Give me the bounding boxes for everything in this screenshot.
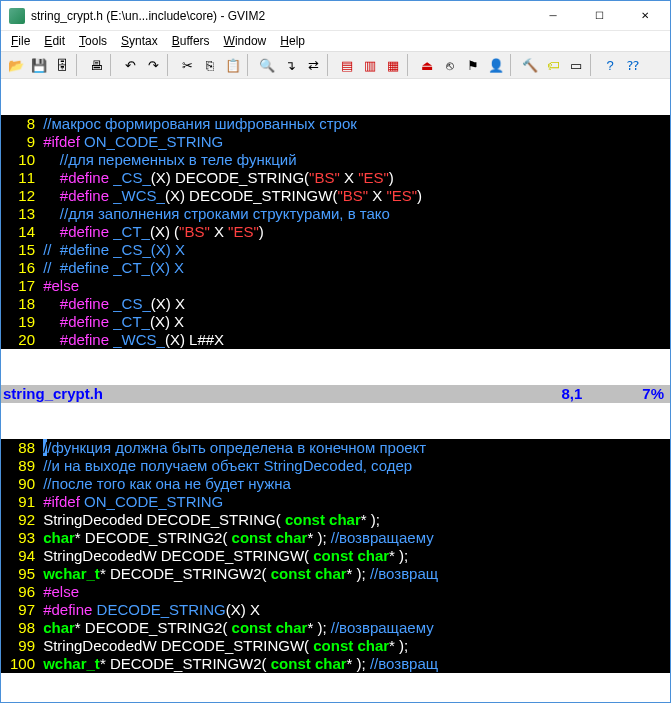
make-icon[interactable]: ⏏ [416,54,438,76]
menu-tools[interactable]: Tools [73,32,113,50]
script-icon[interactable]: ▦ [382,54,404,76]
status-position: 8,1 [561,385,642,403]
menu-edit[interactable]: Edit [38,32,71,50]
editor-pane-top[interactable]: 8 //макрос формирования шифрованных стро… [1,115,670,349]
session-icon[interactable]: ▥ [359,54,381,76]
help-icon[interactable]: ? [599,54,621,76]
titlebar[interactable]: string_crypt.h (E:\un...include\core) - … [1,1,670,31]
close-button[interactable]: ✕ [622,1,668,31]
replace-icon[interactable]: ⇄ [302,54,324,76]
separator [327,54,333,76]
menubar: File Edit Tools Syntax Buffers Window He… [1,31,670,51]
undo-icon[interactable]: ↶ [119,54,141,76]
minimize-button[interactable]: ─ [530,1,576,31]
separator [247,54,253,76]
menu-syntax[interactable]: Syntax [115,32,164,50]
menu-buffers[interactable]: Buffers [166,32,216,50]
save-icon[interactable]: 💾 [28,54,50,76]
separator [590,54,596,76]
shell-icon[interactable]: ⎋ [439,54,461,76]
separator [76,54,82,76]
findnext-icon[interactable]: ↴ [279,54,301,76]
status-bar-top: string_crypt.h 8,1 7% [1,385,670,403]
menu-file[interactable]: File [5,32,36,50]
separator [407,54,413,76]
saveall-icon[interactable]: 🗄 [51,54,73,76]
menu-window[interactable]: Window [218,32,273,50]
toolbar: 📂 💾 🗄 🖶 ↶ ↷ ✂ ⎘ 📋 🔍 ↴ ⇄ ▤ ▥ ▦ ⏏ ⎋ ⚑ 👤 🔨 … [1,51,670,79]
new-icon[interactable]: ▤ [336,54,358,76]
app-icon [9,8,25,24]
status-filename: string_crypt.h [1,385,103,403]
jump-icon[interactable]: 👤 [485,54,507,76]
tool-a-icon[interactable]: 🔨 [519,54,541,76]
copy-icon[interactable]: ⎘ [199,54,221,76]
find-icon[interactable]: 🔍 [256,54,278,76]
editor-pane-bottom[interactable]: 88 //функция должна быть определена в ко… [1,439,670,673]
minus-icon[interactable]: ▭ [565,54,587,76]
menu-help[interactable]: Help [274,32,311,50]
window-title: string_crypt.h (E:\un...include\core) - … [31,9,530,23]
print-icon[interactable]: 🖶 [85,54,107,76]
open-icon[interactable]: 📂 [5,54,27,76]
redo-icon[interactable]: ↷ [142,54,164,76]
tag-icon[interactable]: 🏷 [542,54,564,76]
ctags-icon[interactable]: ⚑ [462,54,484,76]
cut-icon[interactable]: ✂ [176,54,198,76]
maximize-button[interactable]: ☐ [576,1,622,31]
editor-area: 8 //макрос формирования шифрованных стро… [1,79,670,703]
findhelp-icon[interactable]: ⁇ [622,54,644,76]
separator [510,54,516,76]
separator [167,54,173,76]
separator [110,54,116,76]
status-percent: 7% [642,385,670,403]
paste-icon[interactable]: 📋 [222,54,244,76]
